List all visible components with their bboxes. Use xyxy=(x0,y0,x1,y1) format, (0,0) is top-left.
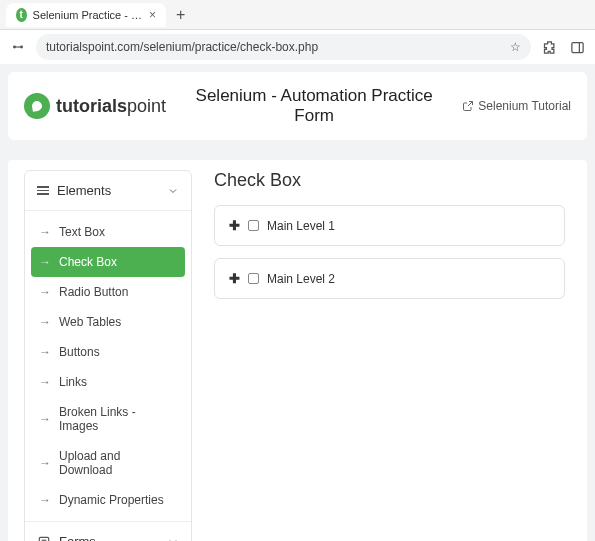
svg-rect-3 xyxy=(571,42,582,52)
tree-label: Main Level 2 xyxy=(267,272,335,286)
arrow-right-icon: → xyxy=(39,315,51,329)
logo-icon xyxy=(24,93,50,119)
address-bar: tutorialspoint.com/selenium/practice/che… xyxy=(0,30,595,64)
sidebar-item-buttons[interactable]: →Buttons xyxy=(31,337,185,367)
tree-label: Main Level 1 xyxy=(267,219,335,233)
sidebar-item-label: Upload and Download xyxy=(59,449,177,477)
main-panel: Check Box ✚ Main Level 1 ✚ Main Level 2 xyxy=(208,170,571,541)
page-title: Selenium - Automation Practice Form xyxy=(176,86,452,126)
expand-icon[interactable]: ✚ xyxy=(229,218,240,233)
sidebar-item-check-box[interactable]: →Check Box xyxy=(31,247,185,277)
content-area: Elements →Text Box →Check Box →Radio But… xyxy=(8,160,587,541)
sidebar-item-label: Check Box xyxy=(59,255,117,269)
sidebar-item-label: Broken Links - Images xyxy=(59,405,177,433)
site-header: tutorialspoint Selenium - Automation Pra… xyxy=(8,72,587,140)
sidebar-item-label: Dynamic Properties xyxy=(59,493,164,507)
sidebar-item-web-tables[interactable]: →Web Tables xyxy=(31,307,185,337)
form-icon xyxy=(37,535,51,542)
arrow-right-icon: → xyxy=(39,345,51,359)
checkbox[interactable] xyxy=(248,220,259,231)
arrow-right-icon: → xyxy=(39,255,51,269)
logo-text: point xyxy=(127,96,166,116)
url-input[interactable]: tutorialspoint.com/selenium/practice/che… xyxy=(36,34,531,60)
expand-icon[interactable]: ✚ xyxy=(229,271,240,286)
site-logo[interactable]: tutorialspoint xyxy=(24,93,166,119)
sidebar: Elements →Text Box →Check Box →Radio But… xyxy=(24,170,192,541)
sidebar-item-label: Links xyxy=(59,375,87,389)
browser-tab-strip: t Selenium Practice - Check Bo × + xyxy=(0,0,595,30)
sidebar-elements-list: →Text Box →Check Box →Radio Button →Web … xyxy=(25,211,191,521)
sidebar-item-label: Text Box xyxy=(59,225,105,239)
new-tab-button[interactable]: + xyxy=(176,6,185,24)
svg-point-1 xyxy=(21,46,23,48)
sidebar-item-label: Radio Button xyxy=(59,285,128,299)
arrow-right-icon: → xyxy=(39,375,51,389)
arrow-right-icon: → xyxy=(39,456,51,470)
browser-tab[interactable]: t Selenium Practice - Check Bo × xyxy=(6,3,166,27)
arrow-right-icon: → xyxy=(39,285,51,299)
tab-title: Selenium Practice - Check Bo xyxy=(33,9,143,21)
sidebar-section-elements[interactable]: Elements xyxy=(25,171,191,211)
sidebar-label: Forms xyxy=(59,534,96,541)
sidebar-label: Elements xyxy=(57,183,111,198)
main-heading: Check Box xyxy=(214,170,565,191)
selenium-tutorial-link[interactable]: Selenium Tutorial xyxy=(462,99,571,113)
extensions-icon[interactable] xyxy=(539,37,559,57)
logo-text-bold: tutorials xyxy=(56,96,127,116)
page-body: tutorialspoint Selenium - Automation Pra… xyxy=(0,64,595,541)
url-text: tutorialspoint.com/selenium/practice/che… xyxy=(46,40,318,54)
favicon-icon: t xyxy=(16,8,27,22)
sidebar-item-links[interactable]: →Links xyxy=(31,367,185,397)
sidebar-item-label: Buttons xyxy=(59,345,100,359)
panel-icon[interactable] xyxy=(567,37,587,57)
chevron-down-icon xyxy=(167,185,179,197)
sidebar-item-text-box[interactable]: →Text Box xyxy=(31,217,185,247)
arrow-right-icon: → xyxy=(39,225,51,239)
tree-row-level2[interactable]: ✚ Main Level 2 xyxy=(214,258,565,299)
svg-point-0 xyxy=(14,46,16,48)
sidebar-section-forms[interactable]: Forms xyxy=(25,521,191,541)
close-icon[interactable]: × xyxy=(149,8,156,22)
checkbox[interactable] xyxy=(248,273,259,284)
arrow-right-icon: → xyxy=(39,493,51,507)
menu-icon xyxy=(37,186,49,195)
site-info-icon[interactable] xyxy=(8,37,28,57)
sidebar-item-broken-links[interactable]: →Broken Links - Images xyxy=(31,397,185,441)
sidebar-item-radio-button[interactable]: →Radio Button xyxy=(31,277,185,307)
bookmark-star-icon[interactable]: ☆ xyxy=(510,40,521,54)
svg-rect-5 xyxy=(39,537,48,541)
external-link-icon xyxy=(462,100,474,112)
external-link-label: Selenium Tutorial xyxy=(478,99,571,113)
sidebar-item-upload-download[interactable]: →Upload and Download xyxy=(31,441,185,485)
sidebar-item-dynamic-properties[interactable]: →Dynamic Properties xyxy=(31,485,185,515)
sidebar-item-label: Web Tables xyxy=(59,315,121,329)
tree-row-level1[interactable]: ✚ Main Level 1 xyxy=(214,205,565,246)
arrow-right-icon: → xyxy=(39,412,51,426)
chevron-down-icon xyxy=(167,536,179,542)
